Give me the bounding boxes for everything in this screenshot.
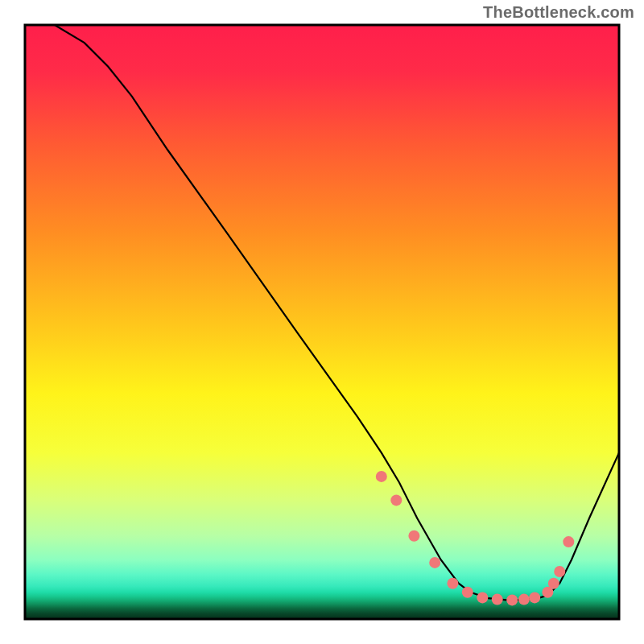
marker-dot <box>518 594 530 605</box>
marker-dot <box>447 578 458 589</box>
marker-dot <box>408 530 419 542</box>
marker-dot <box>548 578 559 589</box>
watermark-text: TheBottleneck.com <box>483 3 634 22</box>
marker-dot <box>529 592 540 603</box>
gradient-background <box>25 25 619 619</box>
bottleneck-chart <box>0 0 644 644</box>
marker-dot <box>506 594 518 605</box>
marker-dot <box>492 594 503 605</box>
marker-dot <box>376 471 387 482</box>
marker-dot <box>462 587 473 598</box>
chart-frame: TheBottleneck.com <box>0 0 644 644</box>
marker-dot <box>554 566 565 577</box>
marker-dot <box>429 557 440 568</box>
marker-dot <box>477 592 488 603</box>
marker-dot <box>390 494 402 506</box>
marker-dot <box>563 536 574 547</box>
